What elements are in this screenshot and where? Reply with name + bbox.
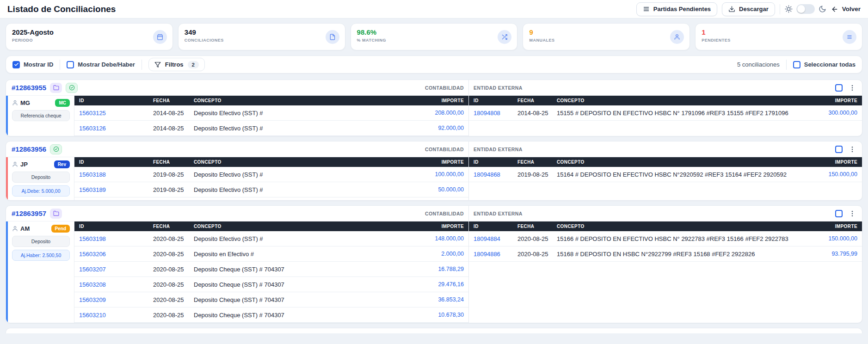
column-header: IMPORTE [793, 224, 857, 229]
row-id-link[interactable]: 15603188 [79, 171, 153, 178]
card-select-checkbox[interactable] [835, 210, 843, 217]
header-actions: Partidas Pendientes Descargar Volver [636, 2, 861, 16]
reconciliation-card: #12863956 CONTABILIDAD ENTIDAD EXTERNA J… [6, 141, 862, 201]
filtros-button[interactable]: Filtros 2 [148, 58, 205, 71]
row-fecha: 2019-08-25 [153, 171, 194, 178]
stat-value: 9 [529, 28, 683, 37]
stat-card-periodo[interactable]: 2025-Agosto PERIODO [6, 23, 173, 50]
table-row: 156032102020-08-25Deposito Cheque (SST) … [74, 307, 468, 323]
row-concepto: Deposito Cheque (SST) # 704307 [194, 281, 394, 288]
descargar-button[interactable]: Descargar [722, 2, 775, 16]
folder-icon[interactable] [50, 83, 62, 93]
stat-value: 98.6% [357, 28, 511, 37]
table-rows: 180948082014-08-2515155 # DEPOSITO EN EF… [469, 105, 862, 121]
contabilidad-table: IDFECHACONCEPTOIMPORTE 156031982020-08-2… [74, 221, 468, 323]
row-id-link[interactable]: 18094868 [474, 171, 517, 178]
card-select-checkbox[interactable] [835, 84, 843, 92]
stat-value: 2025-Agosto [12, 28, 166, 37]
descargar-label: Descargar [739, 6, 769, 12]
partidas-pendientes-button[interactable]: Partidas Pendientes [636, 2, 717, 16]
table-row: 156032082020-08-25Deposito Cheque (SST) … [74, 277, 468, 292]
mostrar-id-toggle[interactable]: Mostrar ID [12, 61, 53, 68]
column-header: IMPORTE [394, 224, 464, 229]
row-id-link[interactable]: 15603198 [79, 235, 153, 242]
row-importe: 50.000,00 [394, 186, 464, 193]
table-header-row: IDFECHACONCEPTOIMPORTE [74, 221, 468, 231]
stat-card-matching[interactable]: 98.6% % MATCHING [351, 23, 518, 50]
row-fecha: 2014-08-25 [517, 110, 557, 117]
stat-label: CONCILIACIONES [185, 38, 339, 43]
row-importe: 92.000,00 [394, 125, 464, 131]
stat-card-conciliaciones[interactable]: 349 CONCILIACIONES [178, 23, 345, 50]
card-select-checkbox[interactable] [835, 146, 843, 153]
contabilidad-label: CONTABILIDAD [425, 85, 464, 91]
status-badge: MC [55, 99, 70, 107]
row-concepto: Deposito Efectivo (SST) # [194, 186, 394, 193]
column-header: FECHA [153, 224, 194, 229]
row-id-link[interactable]: 15603126 [79, 125, 153, 132]
stat-card-pendientes[interactable]: 1 PENDIENTES [695, 23, 862, 50]
column-header: ID [474, 160, 517, 165]
row-id-link[interactable]: 15603208 [79, 281, 153, 288]
stat-label: PERIODO [12, 38, 166, 43]
select-all-toggle[interactable]: Seleccionar todas [793, 61, 856, 68]
reconciliation-id[interactable]: #12863957 [12, 209, 46, 217]
kebab-menu-icon[interactable] [848, 145, 856, 154]
reconciliation-id[interactable]: #12863956 [12, 145, 46, 153]
column-header: FECHA [153, 98, 194, 103]
column-header: CONCEPTO [194, 224, 394, 229]
row-id-link[interactable]: 18094884 [474, 235, 517, 242]
status-badge: Pend [51, 225, 70, 233]
column-header: ID [79, 160, 153, 165]
row-id-link[interactable]: 15603210 [79, 312, 153, 319]
folder-icon[interactable] [50, 209, 62, 219]
table-row: 156031882019-08-25Deposito Efectivo (SST… [74, 167, 468, 182]
row-concepto: 15155 # DEPOSITO EN EFECTIVO HSBC N° 179… [557, 110, 793, 117]
theme-toggle[interactable] [796, 4, 815, 14]
entidad-externa-label: ENTIDAD EXTERNA [474, 85, 523, 91]
mostrar-debe-haber-toggle[interactable]: Mostrar Debe/Haber [67, 61, 135, 68]
row-id-link[interactable]: 15603125 [79, 110, 153, 117]
reconciliation-id[interactable]: #12863955 [12, 84, 46, 92]
row-id-link[interactable]: 15603189 [79, 186, 153, 193]
stat-card-manuales[interactable]: 9 MANUALES [523, 23, 690, 50]
reconciliation-card: #12863957 CONTABILIDAD ENTIDAD EXTERNA A… [6, 205, 862, 323]
row-importe: 300.000,00 [793, 110, 857, 116]
user-initials: JP [20, 161, 28, 168]
table-rows: 156031882019-08-25Deposito Efectivo (SST… [74, 167, 468, 197]
contabilidad-label: CONTABILIDAD [425, 211, 464, 216]
person-icon [12, 100, 18, 106]
row-id-link[interactable]: 15603209 [79, 296, 153, 303]
kebab-menu-icon[interactable] [848, 209, 856, 218]
filters-toolbar: Mostrar ID Mostrar Debe/Haber Filtros 2 … [6, 55, 862, 74]
mostrar-debe-haber-checkbox[interactable] [67, 61, 74, 68]
contabilidad-label: CONTABILIDAD [425, 147, 464, 152]
card-body: AM Pend DepositoAj.Haber: 2.500,50 IDFEC… [6, 221, 862, 323]
column-header: IMPORTE [394, 160, 464, 165]
kebab-menu-icon[interactable] [848, 84, 856, 92]
row-id-link[interactable]: 15603207 [79, 266, 153, 273]
row-importe: 100.000,00 [394, 171, 464, 178]
stat-value: 1 [702, 28, 856, 37]
row-id-link[interactable]: 18094808 [474, 110, 517, 117]
row-fecha: 2020-08-25 [153, 281, 194, 288]
row-fecha: 2019-08-25 [153, 186, 194, 193]
sidebar-tags: DepositoAj.Haber: 2.500,50 [12, 236, 70, 261]
calendar-icon [153, 30, 167, 44]
row-importe: 10.678,30 [394, 312, 464, 318]
row-importe: 36.853,24 [394, 296, 464, 303]
mostrar-id-checkbox[interactable] [12, 61, 20, 68]
stat-value: 349 [185, 28, 339, 37]
volver-button[interactable]: Volver [831, 6, 861, 13]
person-icon [12, 226, 18, 232]
select-all-checkbox[interactable] [793, 61, 800, 68]
table-header-row: IDFECHACONCEPTOIMPORTE [469, 96, 862, 105]
row-id-link[interactable]: 18094886 [474, 251, 517, 258]
row-importe: 29.476,16 [394, 281, 464, 288]
column-header: ID [474, 224, 517, 229]
table-rows: 180948842020-08-2515166 # DEPOSITO EN EF… [469, 231, 862, 262]
table-row: 156032062020-08-25Deposito en Efectivo #… [74, 246, 468, 262]
row-importe: 150.000,00 [793, 235, 857, 242]
theme-switcher [785, 4, 826, 14]
row-id-link[interactable]: 15603206 [79, 251, 153, 258]
